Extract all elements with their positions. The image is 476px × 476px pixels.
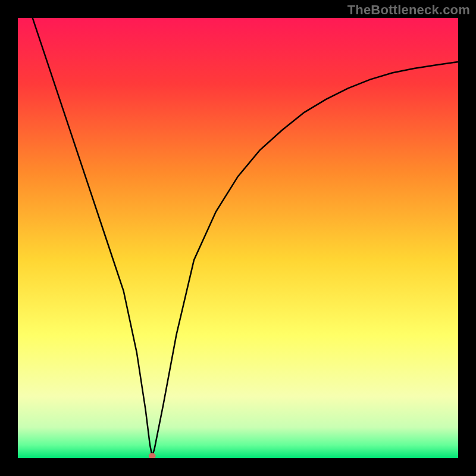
chart-svg bbox=[18, 18, 458, 458]
watermark-text: TheBottleneck.com bbox=[347, 2, 470, 18]
plot-area bbox=[18, 18, 458, 458]
chart-canvas: TheBottleneck.com bbox=[0, 0, 476, 476]
gradient-background bbox=[18, 18, 458, 458]
